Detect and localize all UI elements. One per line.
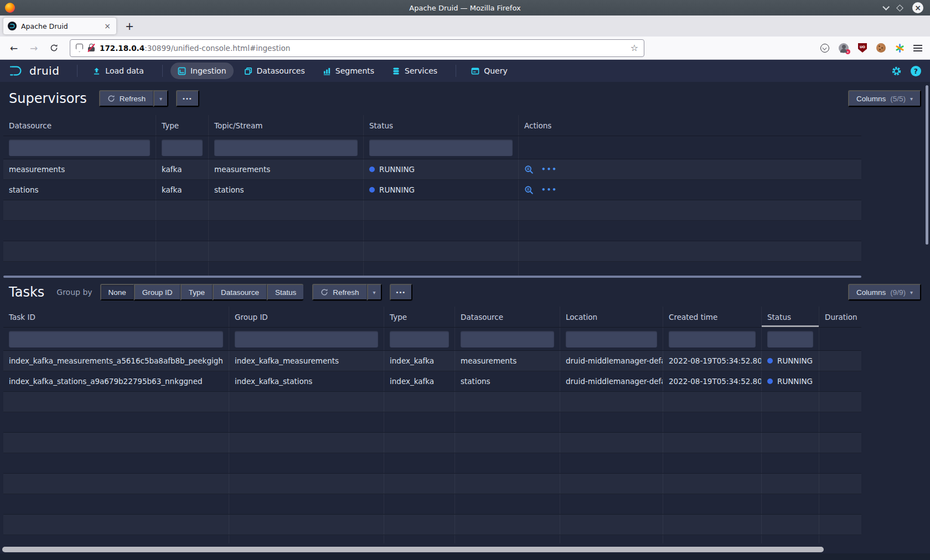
ublock-icon[interactable]: UO [858, 43, 867, 53]
task-id-filter-input[interactable] [9, 331, 223, 348]
tasks-refresh-caret-button[interactable]: ▾ [367, 284, 382, 300]
nav-label: Ingestion [190, 66, 226, 75]
new-tab-button[interactable]: + [125, 20, 134, 32]
datasource-filter-input[interactable] [9, 139, 150, 156]
cell-location: druid-middlemanager-defaul... [560, 371, 663, 391]
back-icon[interactable]: ← [6, 40, 22, 56]
group-by-group-id-button[interactable]: Group ID [134, 284, 180, 300]
col-header-created-time[interactable]: Created time [663, 307, 762, 327]
druid-logo[interactable]: druid [9, 64, 59, 77]
tasks-columns-button[interactable]: Columns (9/9) ▾ [848, 284, 921, 300]
task-row-measurements[interactable]: index_kafka_measurements_a5616c5ba8afb8b… [3, 351, 861, 371]
topic-filter-input[interactable] [214, 139, 358, 156]
bookmark-star-icon[interactable]: ☆ [631, 43, 638, 53]
group-by-none-button[interactable]: None [100, 284, 134, 300]
nav-ingestion[interactable]: Ingestion [170, 63, 234, 79]
extension-asterisk-icon[interactable] [895, 44, 904, 53]
magnify-details-icon[interactable] [524, 165, 534, 174]
datasource-filter-input[interactable] [461, 331, 554, 348]
tab-strip: Apache Druid × + [0, 15, 930, 37]
tasks-more-button[interactable]: ••• [390, 284, 413, 300]
menu-icon[interactable] [913, 45, 922, 51]
group-id-filter-input[interactable] [235, 331, 378, 348]
cell-status: RUNNING [364, 159, 519, 179]
supervisor-row-measurements[interactable]: measurements kafka measurements RUNNING … [3, 159, 861, 180]
tab-close-icon[interactable]: × [103, 22, 112, 30]
ingestion-icon [178, 67, 186, 75]
status-filter-input[interactable] [369, 139, 513, 156]
status-filter-input[interactable] [767, 331, 813, 348]
cell-location: druid-middlemanager-defaul... [560, 351, 663, 371]
location-filter-input[interactable] [566, 331, 657, 348]
col-header-actions: Actions [519, 115, 861, 136]
cell-datasource: stations [455, 371, 560, 391]
window-maximize-icon[interactable] [896, 4, 903, 12]
status-text: RUNNING [777, 356, 813, 365]
window-close-icon[interactable]: × [912, 2, 923, 13]
empty-row [3, 474, 861, 494]
tasks-header-row: Task ID Group ID Type Datasource Locatio… [3, 307, 861, 328]
supervisors-refresh-button[interactable]: Refresh [99, 90, 153, 107]
type-filter-input[interactable] [390, 331, 449, 348]
magnify-details-icon[interactable] [524, 185, 534, 195]
account-icon[interactable]: × [839, 43, 849, 53]
chevron-down-icon: ▾ [373, 289, 376, 295]
chevron-down-icon: ▾ [159, 96, 162, 102]
nav-label: Segments [335, 66, 374, 75]
nav-load-data[interactable]: Load data [85, 63, 151, 79]
col-header-task-id[interactable]: Task ID [3, 307, 229, 327]
help-icon[interactable]: ? [911, 66, 921, 76]
nav-services[interactable]: Services [385, 63, 445, 79]
insecure-lock-icon[interactable] [87, 44, 95, 52]
cell-type: kafka [156, 180, 209, 200]
pocket-icon[interactable] [820, 44, 829, 53]
status-text: RUNNING [379, 185, 415, 194]
col-header-type[interactable]: Type [384, 307, 455, 327]
empty-row [3, 453, 861, 474]
datasources-icon [244, 67, 252, 75]
group-by-type-button[interactable]: Type [180, 284, 213, 300]
task-row-stations[interactable]: index_kafka_stations_a9a679b22795b63_nnk… [3, 371, 861, 392]
col-header-group-id[interactable]: Group ID [229, 307, 384, 327]
nav-segments[interactable]: Segments [316, 63, 381, 79]
col-header-datasource[interactable]: Datasource [3, 115, 156, 136]
tasks-title: Tasks [9, 284, 44, 300]
created-time-filter-input[interactable] [669, 331, 756, 348]
url-bar[interactable]: 172.18.0.4:30899/unified-console.html#in… [70, 39, 644, 57]
cell-datasource: stations [3, 180, 156, 200]
services-icon [392, 67, 400, 75]
reload-icon[interactable] [45, 40, 62, 56]
cell-type: index_kafka [384, 351, 455, 371]
group-by-datasource-button[interactable]: Datasource [213, 284, 267, 300]
nav-datasources[interactable]: Datasources [237, 63, 312, 79]
row-more-icon[interactable]: ••• [541, 165, 557, 173]
url-path: :30899/unified-console.html#ingestion [144, 44, 290, 53]
col-header-type[interactable]: Type [156, 115, 209, 136]
cookie-extension-icon[interactable] [876, 43, 886, 53]
supervisors-columns-button[interactable]: Columns (5/5) ▾ [848, 90, 921, 107]
nav-query[interactable]: Query [464, 63, 515, 79]
group-by-status-button[interactable]: Status [267, 284, 303, 300]
group-by-label: Group by [56, 288, 92, 297]
col-header-topic[interactable]: Topic/Stream [209, 115, 364, 136]
tasks-horizontal-scrollbar[interactable] [2, 547, 824, 552]
col-header-datasource[interactable]: Datasource [455, 307, 560, 327]
druid-navbar: druid Load data Ingestion Datasources Se… [0, 60, 930, 82]
col-header-status[interactable]: Status [364, 115, 519, 136]
col-header-status[interactable]: Status [762, 307, 819, 327]
vertical-scrollbar[interactable] [926, 85, 928, 245]
settings-gear-icon[interactable] [891, 66, 902, 76]
tasks-refresh-button[interactable]: Refresh [312, 284, 366, 300]
col-header-duration[interactable]: Duration [819, 307, 861, 327]
browser-tab[interactable]: Apache Druid × [3, 18, 116, 34]
url-host: 172.18.0.4 [100, 44, 144, 53]
window-minimize-icon[interactable] [882, 3, 890, 11]
supervisors-refresh-caret-button[interactable]: ▾ [153, 90, 168, 107]
row-more-icon[interactable]: ••• [541, 186, 557, 194]
url-text[interactable]: 172.18.0.4:30899/unified-console.html#in… [100, 44, 626, 53]
tracking-shield-icon[interactable] [76, 44, 83, 52]
supervisors-more-button[interactable]: ••• [176, 90, 199, 107]
type-filter-input[interactable] [162, 139, 203, 156]
col-header-location[interactable]: Location [560, 307, 663, 327]
supervisor-row-stations[interactable]: stations kafka stations RUNNING ••• [3, 180, 861, 200]
